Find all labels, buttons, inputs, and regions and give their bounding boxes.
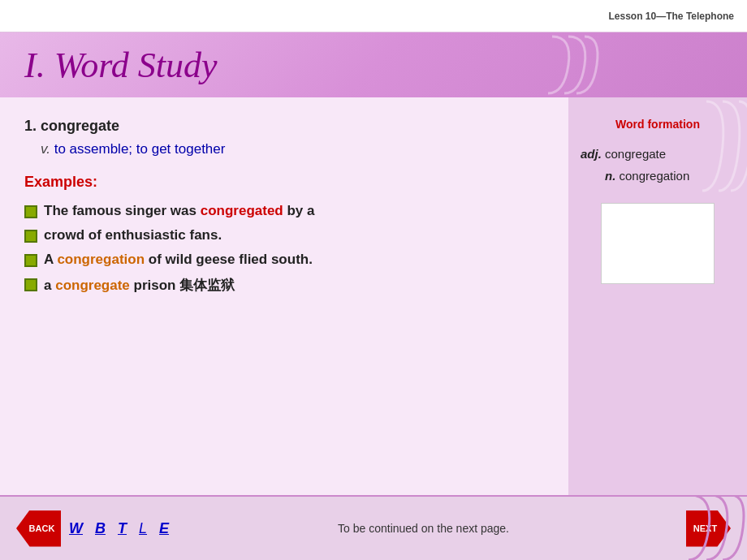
- example-2-text: crowd of enthusiastic fans.: [44, 227, 222, 243]
- bottom-bar: BACK W B T L E To be continued on the ne…: [0, 495, 747, 560]
- formation-content: adj. congregate n. congregation: [581, 143, 735, 187]
- examples-label: Examples:: [24, 174, 544, 191]
- lesson-title: Lesson 10—The Telephone: [609, 11, 734, 22]
- example-3-text: A congregation of wild geese flied south…: [44, 252, 313, 268]
- example-3: A congregation of wild geese flied south…: [24, 252, 544, 268]
- n-value: congregation: [620, 169, 690, 183]
- page-title: I. Word Study: [24, 45, 218, 86]
- top-bar: Lesson 10—The Telephone: [0, 0, 747, 32]
- word-definition: v. to assemble; to get together: [41, 141, 544, 157]
- pos-label: v.: [41, 141, 50, 157]
- back-button[interactable]: BACK: [16, 510, 61, 547]
- main-content: 1. congregate v. to assemble; to get tog…: [0, 97, 747, 495]
- adj-value: congregate: [605, 147, 666, 161]
- bullet-icon-3: [24, 254, 37, 267]
- adj-entry: adj. congregate: [581, 143, 735, 165]
- bullet-icon-2: [24, 230, 37, 243]
- word-formation-label: Word formation: [581, 118, 735, 131]
- example-1: The famous singer was congregated by a: [24, 203, 544, 219]
- bullet-icon-1: [24, 205, 37, 218]
- nav-buttons: W B T L E: [69, 520, 169, 537]
- n-entry: n. congregation: [605, 165, 735, 187]
- left-panel: 1. congregate v. to assemble; to get tog…: [0, 97, 568, 495]
- adj-label: adj.: [581, 147, 602, 161]
- back-label: BACK: [23, 523, 55, 533]
- nav-t[interactable]: T: [118, 520, 127, 537]
- example-4: a congregate prison 集体监狱: [24, 276, 544, 295]
- chinese-text: 集体监狱: [179, 278, 235, 293]
- nav-b[interactable]: B: [95, 520, 106, 537]
- bullet-icon-4: [24, 278, 37, 291]
- word-number-label: 1. congregate: [24, 118, 119, 134]
- highlight-congregated: congregated: [201, 203, 283, 218]
- highlight-congregate-adj: congregate: [55, 278, 130, 293]
- word-entry: 1. congregate: [24, 118, 544, 135]
- example-1-text: The famous singer was congregated by a: [44, 203, 315, 219]
- nav-l[interactable]: L: [139, 520, 147, 537]
- definition-text: to assemble; to get together: [50, 141, 225, 157]
- nav-e[interactable]: E: [159, 520, 169, 537]
- n-label: n.: [605, 169, 615, 183]
- example-4-text: a congregate prison 集体监狱: [44, 276, 235, 295]
- highlight-congregation: congregation: [57, 252, 145, 267]
- header-section: I. Word Study: [0, 32, 747, 97]
- example-2: crowd of enthusiastic fans.: [24, 227, 544, 243]
- bottom-decoration: [568, 495, 747, 560]
- nav-w[interactable]: W: [69, 520, 83, 537]
- image-placeholder: [601, 203, 715, 284]
- right-panel: Word formation adj. congregate n. congre…: [568, 97, 747, 495]
